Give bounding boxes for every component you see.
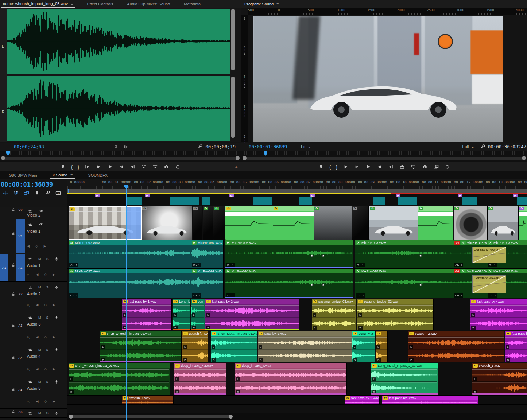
prev-keyframe-icon[interactable]: ◀ [36, 335, 38, 339]
play-button[interactable] [107, 164, 113, 170]
prev-keyframe-icon[interactable]: ◀ [27, 244, 30, 248]
track-name-label[interactable]: Audio 2 [27, 292, 40, 296]
keyframe-controls[interactable]: ○˯◀◇▶ [27, 273, 55, 276]
zoom-select[interactable]: Fit ⌄ [301, 144, 311, 149]
sync-lock-icon[interactable] [27, 346, 33, 353]
clip-Short_Metal_Impact_01.wav[interactable]: fxShort_Metal_Impact_01.wavLR [211, 331, 257, 362]
track-target-A4[interactable]: A4 [16, 356, 25, 359]
snap-icon[interactable] [13, 190, 19, 196]
mic-icon[interactable] [54, 346, 60, 353]
track-target-A6[interactable]: A6 [16, 410, 25, 414]
next-keyframe-icon[interactable]: ▶ [53, 400, 55, 403]
v2-clip[interactable] [126, 197, 142, 205]
captions-icon[interactable]: CC [55, 190, 61, 196]
mic-icon[interactable] [54, 378, 60, 385]
track-lane-A4[interactable]: fxshort_whoosh_impact_02.wavLRfxgearshif… [67, 331, 527, 363]
sync-lock-icon[interactable] [27, 256, 33, 262]
track-lane-A3[interactable]: fxfast-pass-by-1.wavLRfxLong_MLRfxLonLRf… [67, 299, 527, 331]
track-lane-V1[interactable]: fxfxfxfxfxfxfxfxfxfxfxfxfxfx [67, 206, 527, 240]
clip-fast-pass-by-3.wav[interactable]: fxfast-pass-by-3.wav [382, 396, 478, 404]
marker-button[interactable] [60, 164, 66, 170]
add-keyframe-icon[interactable]: ◇ [44, 273, 47, 276]
eye-icon[interactable] [38, 221, 44, 228]
sync-lock-icon[interactable] [27, 221, 33, 228]
sync-lock-icon[interactable] [27, 378, 33, 385]
clip-MixPre-097.WAV[interactable]: fxMixPre-097.WAVCh. 1 [191, 240, 224, 268]
program-position-timecode[interactable]: 00:00:01:36839 [249, 144, 287, 149]
scrollbar-knob-right[interactable] [229, 415, 233, 419]
sync-lock-icon[interactable] [27, 314, 33, 320]
mic-icon[interactable] [54, 410, 60, 416]
brace-close-button[interactable]: } [336, 164, 337, 170]
source-patch-A1[interactable]: A1 [0, 254, 8, 281]
clip[interactable]: fx [519, 206, 527, 240]
clip[interactable]: fx [418, 206, 453, 240]
mute-button[interactable]: M [38, 257, 41, 261]
track-target-A2[interactable]: A2 [16, 292, 25, 296]
source-zoom-handle-left[interactable] [1, 156, 5, 160]
prev-keyframe-icon[interactable]: ◀ [36, 273, 38, 276]
track-target-A5[interactable]: A5 [16, 388, 25, 392]
next-keyframe-icon[interactable]: ▶ [53, 367, 55, 371]
clip[interactable]: fx [142, 206, 192, 240]
timeline-horizontal-scrollbar[interactable] [67, 189, 527, 192]
v2-clip[interactable] [373, 197, 385, 205]
extract-button[interactable] [410, 164, 416, 170]
clip[interactable]: fx [203, 206, 213, 240]
clip-deep_impact_7 2.wav[interactable]: fxdeep_impact_7 2.wavLR [174, 363, 226, 395]
source-scrubber[interactable] [0, 151, 241, 162]
show-keyframes-icon[interactable]: ○˯ [27, 273, 30, 276]
settings-wrench-icon[interactable] [44, 190, 50, 196]
track-lock-icon[interactable] [11, 231, 16, 237]
source-audio-waveform-icon[interactable] [123, 144, 129, 150]
show-keyframes-icon[interactable]: ○˯ [27, 367, 30, 371]
export-frame-button[interactable] [163, 164, 170, 170]
track-name-label[interactable]: Video 1 [27, 229, 40, 233]
clip-MixPre-098.WAV[interactable]: fxMixPre-098.WAVCh. 1 [355, 240, 454, 268]
clip[interactable]: fx [213, 206, 225, 240]
prev-keyframe-icon[interactable]: ◀ [36, 303, 38, 307]
clip-Long_Met[interactable]: fxLong_MetLR [352, 331, 375, 362]
next-keyframe-icon[interactable]: ▶ [53, 273, 55, 276]
keyframe-controls[interactable]: ○˯◀◇▶ [27, 400, 55, 403]
clip-short_whoosh_impact_02.wav[interactable]: fxshort_whoosh_impact_02.wavLR [100, 331, 182, 362]
mic-icon[interactable] [54, 314, 60, 320]
clip-MixPre-098.WAV[interactable]: fxMixPre-098.WAVCh. 2 [355, 269, 454, 298]
loop-button[interactable] [444, 164, 450, 170]
track-header-A4[interactable]: A4MSAudio 4○˯◀◇▶ [0, 344, 67, 376]
clip-passing_bridge_03.wav[interactable]: fxpassing_bridge_03.wavLR [312, 299, 356, 330]
transition-constant-power[interactable]: Constant Power [472, 247, 506, 263]
clip[interactable]: fx [193, 206, 202, 240]
timeline-ruler[interactable]: 0:0000000:00:01:0000000:00:02:0000000:00… [67, 179, 527, 189]
solo-button[interactable]: S [46, 285, 49, 289]
clip-fast-pass-b[interactable]: fxfast-pass-bLR [505, 331, 527, 362]
mute-button[interactable]: M [38, 380, 41, 384]
track-lock-icon[interactable] [11, 292, 16, 297]
track-lock-icon[interactable] [11, 355, 16, 361]
lift-button[interactable] [399, 164, 405, 170]
clip-Long_M[interactable]: fxLong_MLR [173, 299, 190, 330]
comparison-view-button[interactable] [433, 164, 439, 170]
clip-pass-by_1.wav[interactable]: fxpass-by_1.wavLR [258, 331, 352, 362]
clip[interactable]: fx [69, 206, 142, 240]
add-keyframe-icon[interactable]: ◇ [44, 335, 47, 339]
clip-MixPre-097.WAV[interactable]: fxMixPre-097.WAVCh. 2 [191, 269, 224, 298]
clip-passing_bridge_02.wav[interactable]: fxpassing_bridge_02.wavLR [357, 299, 434, 330]
track-lane-A6[interactable]: fxswoosh_1.wavfxfast-pass-by-1.wavfxfast… [67, 396, 527, 405]
clip-gearshift_4.w[interactable]: fxgearshift_4.wLR [182, 331, 208, 362]
clip-swoosh_5.wav[interactable]: fxswoosh_5.wavLR [472, 363, 527, 395]
next-keyframe-icon[interactable]: ▶ [53, 303, 55, 307]
tab-program[interactable]: Program: Sound≡ [242, 1, 281, 7]
v2-clip[interactable] [517, 197, 527, 205]
insert-button[interactable] [141, 164, 147, 170]
sync-lock-icon[interactable] [27, 410, 33, 416]
loop-button[interactable] [175, 164, 181, 170]
track-target-V2[interactable]: V2 [16, 208, 25, 212]
timeline-bottom-scrollbar[interactable] [67, 413, 527, 420]
tab-sequence-soundfx[interactable]: SOUNDFX [86, 172, 110, 179]
solo-button[interactable]: S [46, 411, 49, 415]
linked-selection-icon[interactable] [23, 190, 29, 196]
track-lock-icon[interactable] [11, 262, 16, 268]
mute-button[interactable]: M [38, 316, 41, 319]
clip-short_whoosh_impact_01.wav[interactable]: fxshort_whoosh_impact_01.wavLR [69, 363, 170, 395]
